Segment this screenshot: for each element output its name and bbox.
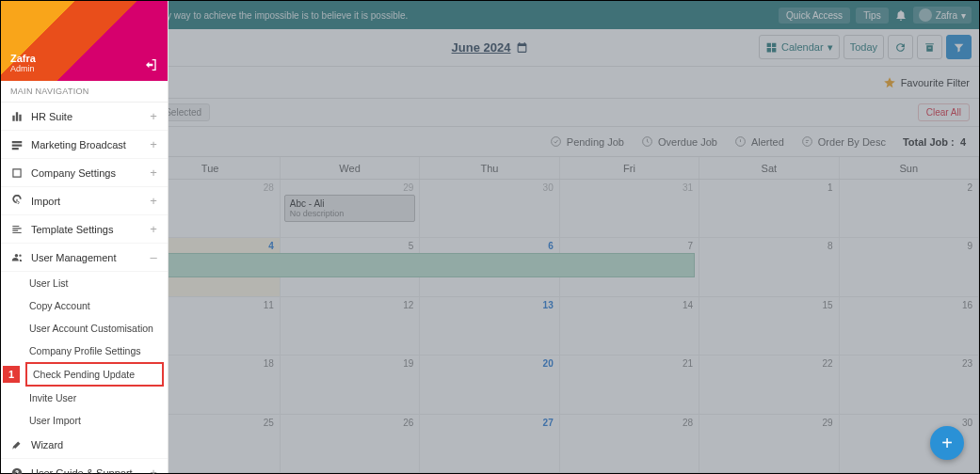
calendar-cell[interactable]: 16: [840, 297, 979, 356]
calendar-cell[interactable]: 8: [699, 238, 839, 296]
nav-icon: [10, 110, 24, 123]
calendar-cell[interactable]: 20: [420, 356, 559, 414]
nav-icon: [10, 466, 24, 475]
today-button[interactable]: Today: [843, 35, 884, 59]
expand-icon: +: [149, 194, 158, 208]
view-calendar-button[interactable]: Calendar ▾: [759, 35, 840, 59]
clock-icon: [641, 135, 653, 148]
calendar-cell[interactable]: 27: [420, 415, 559, 473]
expand-icon: +: [149, 466, 158, 474]
nav-icon: [10, 438, 24, 451]
nav-icon: [10, 223, 24, 236]
calendar-cell[interactable]: 23: [840, 356, 979, 414]
sidebar-item-marketing-broadcast[interactable]: Marketing Broadcast+: [1, 131, 168, 159]
weekday-label: Thu: [420, 157, 559, 179]
total-job-label: Total Job : 4: [903, 136, 966, 148]
sidebar-subitem-user-import[interactable]: User Import: [1, 409, 168, 432]
grid-icon: [765, 41, 778, 54]
chevron-down-icon: ▾: [961, 10, 966, 21]
user-menu[interactable]: Zafra ▾: [913, 7, 972, 24]
date-number: 16: [962, 300, 972, 310]
sidebar-subitem-check-pending-update[interactable]: Check Pending Update1: [25, 362, 164, 387]
favourite-filter-button[interactable]: Favourite Filter: [883, 76, 970, 89]
star-icon: [883, 76, 896, 89]
sidebar-subitem-copy-account[interactable]: Copy Account: [1, 294, 168, 317]
calendar-cell[interactable]: 1: [699, 180, 839, 238]
calendar-cell[interactable]: 19: [281, 356, 420, 414]
calendar-cell[interactable]: 14: [560, 297, 699, 356]
clear-all-button[interactable]: Clear All: [918, 103, 970, 121]
expand-icon: +: [149, 222, 158, 236]
alerted-filter[interactable]: Alerted: [734, 135, 784, 148]
sidebar-item-company-settings[interactable]: Company Settings+: [1, 159, 168, 187]
sidebar: Zafra Admin MAIN NAVIGATION HR Suite+Mar…: [1, 1, 169, 473]
date-number: 11: [264, 300, 274, 310]
calendar-cell[interactable]: 21: [560, 356, 699, 414]
date-number: 7: [688, 241, 694, 251]
filter-button[interactable]: [946, 35, 972, 59]
calendar-cell[interactable]: 2: [840, 180, 979, 238]
date-number: 30: [962, 418, 972, 428]
date-number: 18: [264, 358, 274, 369]
step-badge: 1: [3, 366, 20, 383]
calendar-cell[interactable]: 26: [281, 415, 420, 473]
quick-access-button[interactable]: Quick Access: [779, 8, 850, 24]
sidebar-item-hr-suite[interactable]: HR Suite+: [1, 103, 168, 131]
date-number: 29: [403, 182, 413, 193]
date-number: 1: [827, 182, 833, 193]
nav-icon: [10, 195, 24, 208]
calendar-cell[interactable]: 28: [560, 415, 699, 473]
date-number: 28: [264, 182, 274, 193]
tips-button[interactable]: Tips: [856, 8, 889, 24]
sidebar-subitem-invite-user[interactable]: Invite User: [1, 387, 168, 409]
archive-icon: [924, 41, 936, 54]
date-number: 5: [409, 241, 414, 251]
pending-job-filter[interactable]: Pending Job: [550, 135, 624, 148]
date-number: 9: [967, 241, 972, 251]
month-title[interactable]: June 2024: [452, 40, 529, 55]
svg-point-0: [551, 137, 560, 147]
sidebar-subitem-user-list[interactable]: User List: [1, 272, 168, 294]
weekday-label: Sat: [699, 157, 839, 179]
archive-button[interactable]: [917, 35, 942, 59]
calendar-cell[interactable]: 9: [840, 238, 979, 296]
chevron-down-icon: ▾: [827, 41, 833, 54]
svg-point-3: [802, 137, 811, 147]
sidebar-item-wizard[interactable]: Wizard: [1, 432, 168, 459]
calendar-cell[interactable]: 15: [699, 297, 839, 356]
sidebar-subitem-user-account-customisation[interactable]: User Account Customisation: [1, 317, 168, 340]
calendar-cell[interactable]: 31: [560, 180, 699, 238]
date-number: 25: [264, 418, 274, 428]
sidebar-section-label: MAIN NAVIGATION: [1, 81, 168, 103]
sidebar-item-import[interactable]: Import+: [1, 187, 168, 215]
sidebar-user-name: Zafra: [10, 53, 158, 64]
weekday-label: Fri: [560, 157, 699, 179]
info-icon: [734, 135, 747, 148]
date-number: 31: [683, 182, 693, 193]
calendar-cell[interactable]: 30: [420, 180, 559, 238]
date-number: 23: [962, 358, 972, 369]
sidebar-item-user-guide-support[interactable]: User Guide & Support+: [1, 459, 168, 474]
overdue-job-filter[interactable]: Overdue Job: [641, 135, 717, 148]
refresh-button[interactable]: [888, 35, 913, 59]
plus-icon: +: [941, 433, 953, 454]
date-number: 2: [967, 182, 972, 193]
notification-bell-icon[interactable]: [894, 8, 908, 22]
calendar-cell[interactable]: 13: [420, 297, 559, 356]
calendar-event[interactable]: Abc - AliNo description: [284, 195, 415, 222]
sidebar-subitem-company-profile-settings[interactable]: Company Profile Settings: [1, 340, 168, 362]
date-number: 20: [543, 358, 554, 369]
calendar-cell[interactable]: 29Abc - AliNo description: [281, 180, 420, 238]
expand-icon: +: [149, 109, 158, 123]
add-fab-button[interactable]: +: [930, 426, 964, 460]
sidebar-item-user-management[interactable]: User Management–: [1, 244, 168, 272]
calendar-cell[interactable]: 12: [281, 297, 420, 356]
sidebar-item-template-settings[interactable]: Template Settings+: [1, 215, 168, 244]
calendar-cell[interactable]: 22: [699, 356, 839, 414]
avatar-icon: [919, 8, 932, 22]
sidebar-collapse-button[interactable]: [143, 56, 160, 73]
order-by-filter[interactable]: Order By Desc: [801, 135, 886, 148]
calendar-cell[interactable]: 29: [699, 415, 839, 473]
date-number: 22: [822, 358, 832, 369]
sidebar-header: Zafra Admin: [1, 1, 168, 81]
